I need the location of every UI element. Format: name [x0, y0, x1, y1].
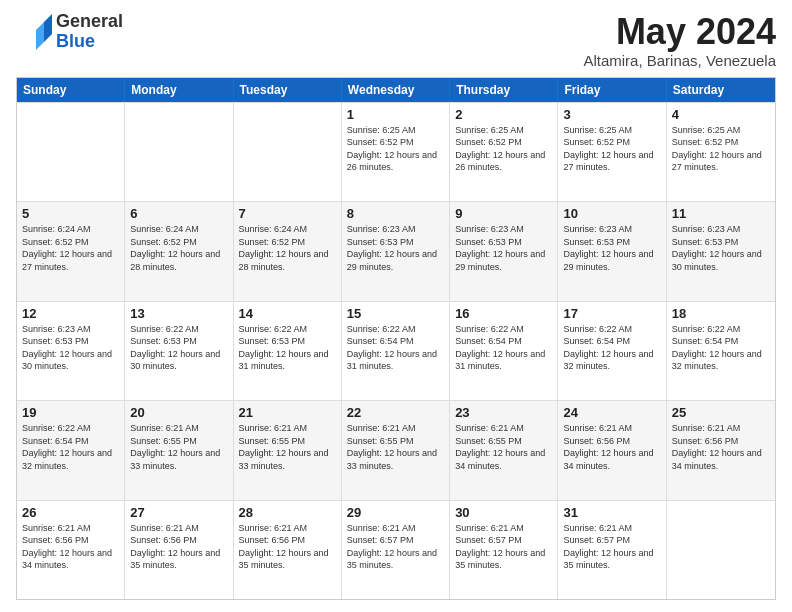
day-info: Sunrise: 6:23 AM Sunset: 6:53 PM Dayligh… — [22, 323, 119, 373]
calendar-cell — [17, 103, 125, 201]
calendar-cell: 28Sunrise: 6:21 AM Sunset: 6:56 PM Dayli… — [234, 501, 342, 599]
day-number: 10 — [563, 206, 660, 221]
day-info: Sunrise: 6:22 AM Sunset: 6:53 PM Dayligh… — [130, 323, 227, 373]
day-info: Sunrise: 6:23 AM Sunset: 6:53 PM Dayligh… — [347, 223, 444, 273]
svg-marker-1 — [36, 22, 44, 50]
calendar-cell — [667, 501, 775, 599]
calendar-cell: 10Sunrise: 6:23 AM Sunset: 6:53 PM Dayli… — [558, 202, 666, 300]
calendar-cell: 25Sunrise: 6:21 AM Sunset: 6:56 PM Dayli… — [667, 401, 775, 499]
day-number: 16 — [455, 306, 552, 321]
day-info: Sunrise: 6:21 AM Sunset: 6:56 PM Dayligh… — [672, 422, 770, 472]
logo-icon — [16, 14, 52, 50]
day-info: Sunrise: 6:24 AM Sunset: 6:52 PM Dayligh… — [239, 223, 336, 273]
calendar-week: 12Sunrise: 6:23 AM Sunset: 6:53 PM Dayli… — [17, 301, 775, 400]
day-number: 1 — [347, 107, 444, 122]
calendar-cell: 23Sunrise: 6:21 AM Sunset: 6:55 PM Dayli… — [450, 401, 558, 499]
day-info: Sunrise: 6:25 AM Sunset: 6:52 PM Dayligh… — [672, 124, 770, 174]
calendar-week: 5Sunrise: 6:24 AM Sunset: 6:52 PM Daylig… — [17, 201, 775, 300]
calendar-cell: 24Sunrise: 6:21 AM Sunset: 6:56 PM Dayli… — [558, 401, 666, 499]
calendar-cell: 6Sunrise: 6:24 AM Sunset: 6:52 PM Daylig… — [125, 202, 233, 300]
calendar-cell: 22Sunrise: 6:21 AM Sunset: 6:55 PM Dayli… — [342, 401, 450, 499]
day-info: Sunrise: 6:22 AM Sunset: 6:54 PM Dayligh… — [347, 323, 444, 373]
calendar-cell: 29Sunrise: 6:21 AM Sunset: 6:57 PM Dayli… — [342, 501, 450, 599]
calendar-cell: 11Sunrise: 6:23 AM Sunset: 6:53 PM Dayli… — [667, 202, 775, 300]
day-info: Sunrise: 6:22 AM Sunset: 6:53 PM Dayligh… — [239, 323, 336, 373]
month-title: May 2024 — [583, 12, 776, 52]
day-info: Sunrise: 6:22 AM Sunset: 6:54 PM Dayligh… — [22, 422, 119, 472]
calendar-cell: 30Sunrise: 6:21 AM Sunset: 6:57 PM Dayli… — [450, 501, 558, 599]
day-of-week-header: Tuesday — [234, 78, 342, 102]
logo-text: General Blue — [56, 12, 123, 52]
calendar-cell: 4Sunrise: 6:25 AM Sunset: 6:52 PM Daylig… — [667, 103, 775, 201]
header: General Blue May 2024 Altamira, Barinas,… — [16, 12, 776, 69]
logo-general: General — [56, 12, 123, 32]
day-number: 22 — [347, 405, 444, 420]
day-info: Sunrise: 6:21 AM Sunset: 6:56 PM Dayligh… — [563, 422, 660, 472]
calendar-cell: 18Sunrise: 6:22 AM Sunset: 6:54 PM Dayli… — [667, 302, 775, 400]
day-number: 31 — [563, 505, 660, 520]
calendar-cell: 15Sunrise: 6:22 AM Sunset: 6:54 PM Dayli… — [342, 302, 450, 400]
day-info: Sunrise: 6:21 AM Sunset: 6:56 PM Dayligh… — [239, 522, 336, 572]
calendar-cell: 27Sunrise: 6:21 AM Sunset: 6:56 PM Dayli… — [125, 501, 233, 599]
calendar-cell: 14Sunrise: 6:22 AM Sunset: 6:53 PM Dayli… — [234, 302, 342, 400]
calendar-cell: 13Sunrise: 6:22 AM Sunset: 6:53 PM Dayli… — [125, 302, 233, 400]
day-info: Sunrise: 6:21 AM Sunset: 6:55 PM Dayligh… — [455, 422, 552, 472]
day-info: Sunrise: 6:22 AM Sunset: 6:54 PM Dayligh… — [455, 323, 552, 373]
calendar: SundayMondayTuesdayWednesdayThursdayFrid… — [16, 77, 776, 600]
day-of-week-header: Wednesday — [342, 78, 450, 102]
day-number: 27 — [130, 505, 227, 520]
calendar-cell: 8Sunrise: 6:23 AM Sunset: 6:53 PM Daylig… — [342, 202, 450, 300]
day-info: Sunrise: 6:24 AM Sunset: 6:52 PM Dayligh… — [22, 223, 119, 273]
day-of-week-header: Thursday — [450, 78, 558, 102]
day-number: 5 — [22, 206, 119, 221]
day-number: 23 — [455, 405, 552, 420]
day-info: Sunrise: 6:25 AM Sunset: 6:52 PM Dayligh… — [347, 124, 444, 174]
calendar-cell: 21Sunrise: 6:21 AM Sunset: 6:55 PM Dayli… — [234, 401, 342, 499]
calendar-cell — [125, 103, 233, 201]
day-info: Sunrise: 6:21 AM Sunset: 6:57 PM Dayligh… — [455, 522, 552, 572]
calendar-cell: 3Sunrise: 6:25 AM Sunset: 6:52 PM Daylig… — [558, 103, 666, 201]
day-number: 12 — [22, 306, 119, 321]
day-info: Sunrise: 6:21 AM Sunset: 6:55 PM Dayligh… — [347, 422, 444, 472]
day-number: 2 — [455, 107, 552, 122]
calendar-cell: 26Sunrise: 6:21 AM Sunset: 6:56 PM Dayli… — [17, 501, 125, 599]
day-number: 4 — [672, 107, 770, 122]
day-info: Sunrise: 6:22 AM Sunset: 6:54 PM Dayligh… — [563, 323, 660, 373]
day-info: Sunrise: 6:21 AM Sunset: 6:55 PM Dayligh… — [130, 422, 227, 472]
day-number: 11 — [672, 206, 770, 221]
day-number: 6 — [130, 206, 227, 221]
day-info: Sunrise: 6:22 AM Sunset: 6:54 PM Dayligh… — [672, 323, 770, 373]
day-info: Sunrise: 6:23 AM Sunset: 6:53 PM Dayligh… — [672, 223, 770, 273]
day-number: 7 — [239, 206, 336, 221]
svg-marker-0 — [44, 14, 52, 42]
day-number: 24 — [563, 405, 660, 420]
calendar-cell: 17Sunrise: 6:22 AM Sunset: 6:54 PM Dayli… — [558, 302, 666, 400]
day-number: 15 — [347, 306, 444, 321]
day-of-week-header: Sunday — [17, 78, 125, 102]
calendar-cell: 2Sunrise: 6:25 AM Sunset: 6:52 PM Daylig… — [450, 103, 558, 201]
day-info: Sunrise: 6:21 AM Sunset: 6:57 PM Dayligh… — [347, 522, 444, 572]
day-number: 29 — [347, 505, 444, 520]
calendar-cell: 7Sunrise: 6:24 AM Sunset: 6:52 PM Daylig… — [234, 202, 342, 300]
calendar-header-row: SundayMondayTuesdayWednesdayThursdayFrid… — [17, 78, 775, 102]
day-number: 14 — [239, 306, 336, 321]
calendar-cell: 12Sunrise: 6:23 AM Sunset: 6:53 PM Dayli… — [17, 302, 125, 400]
calendar-cell: 16Sunrise: 6:22 AM Sunset: 6:54 PM Dayli… — [450, 302, 558, 400]
calendar-cell: 19Sunrise: 6:22 AM Sunset: 6:54 PM Dayli… — [17, 401, 125, 499]
calendar-cell: 31Sunrise: 6:21 AM Sunset: 6:57 PM Dayli… — [558, 501, 666, 599]
day-number: 3 — [563, 107, 660, 122]
calendar-week: 26Sunrise: 6:21 AM Sunset: 6:56 PM Dayli… — [17, 500, 775, 599]
day-number: 19 — [22, 405, 119, 420]
day-info: Sunrise: 6:21 AM Sunset: 6:57 PM Dayligh… — [563, 522, 660, 572]
day-of-week-header: Friday — [558, 78, 666, 102]
calendar-week: 19Sunrise: 6:22 AM Sunset: 6:54 PM Dayli… — [17, 400, 775, 499]
day-info: Sunrise: 6:25 AM Sunset: 6:52 PM Dayligh… — [563, 124, 660, 174]
title-block: May 2024 Altamira, Barinas, Venezuela — [583, 12, 776, 69]
day-info: Sunrise: 6:23 AM Sunset: 6:53 PM Dayligh… — [563, 223, 660, 273]
day-number: 26 — [22, 505, 119, 520]
calendar-cell: 1Sunrise: 6:25 AM Sunset: 6:52 PM Daylig… — [342, 103, 450, 201]
calendar-cell: 9Sunrise: 6:23 AM Sunset: 6:53 PM Daylig… — [450, 202, 558, 300]
day-number: 8 — [347, 206, 444, 221]
day-number: 18 — [672, 306, 770, 321]
subtitle: Altamira, Barinas, Venezuela — [583, 52, 776, 69]
